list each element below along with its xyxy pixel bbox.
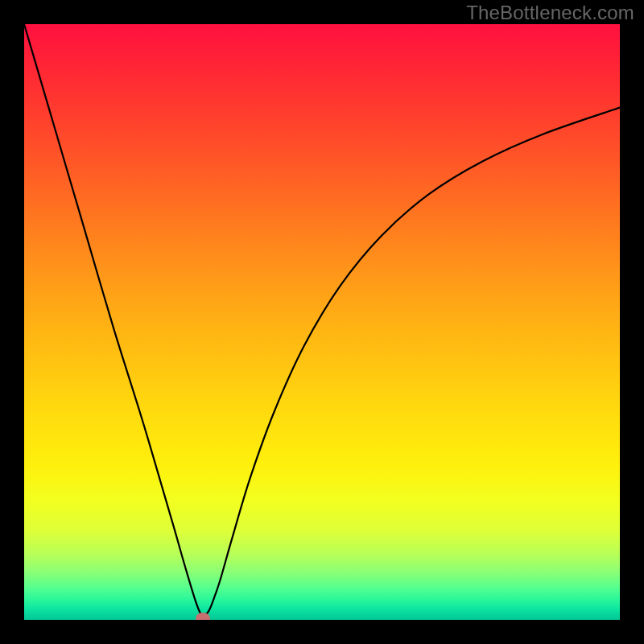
plot-area — [24, 24, 620, 620]
curve-svg — [24, 24, 620, 620]
chart-container: TheBottleneck.com — [0, 0, 644, 644]
optimal-point-marker — [196, 613, 210, 620]
bottleneck-curve — [24, 24, 620, 615]
watermark-text: TheBottleneck.com — [466, 2, 634, 24]
